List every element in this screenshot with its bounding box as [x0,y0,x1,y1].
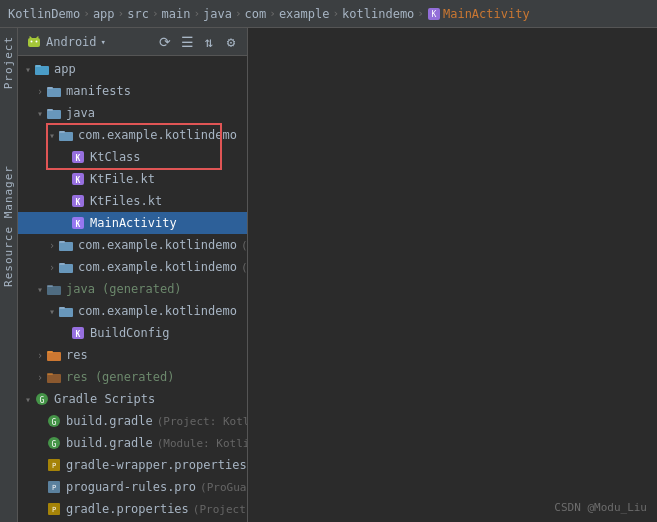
tree-item-ktclass[interactable]: K KtClass [18,146,247,168]
tree-item-buildconfig[interactable]: K BuildConfig [18,322,247,344]
breadcrumb-app[interactable]: app [93,7,115,21]
tree-label-gradle-properties-secondary: (Project Properties) [193,503,247,516]
tree-item-build-gradle-project[interactable]: G build.gradle (Project: KotlinDemo) [18,410,247,432]
folder-app-icon [34,61,50,77]
filter-icon[interactable]: ⇅ [201,34,217,50]
package-generated-icon [58,303,74,319]
tree-label-buildconfig: BuildConfig [90,326,169,340]
tree-item-package-generated[interactable]: ▾ com.example.kotlindemo [18,300,247,322]
tree-label-manifests: manifests [66,84,131,98]
breadcrumb-kotlindemo2[interactable]: kotlindemo [342,7,414,21]
tree-item-res-generated[interactable]: › res (generated) [18,366,247,388]
tree-item-ktfiles[interactable]: K KtFiles.kt [18,190,247,212]
panel-header-actions: ⟳ ☰ ⇅ ⚙ [157,34,239,50]
folder-java-generated-icon [46,281,62,297]
kotlin-ktfile-icon: K [70,171,86,187]
properties-gradle-icon: P [46,501,62,517]
breadcrumb-sep-2: › [118,7,125,20]
tree-label-res: res [66,348,88,362]
tree-item-app[interactable]: ▾ app [18,58,247,80]
expand-res-generated[interactable]: › [34,372,46,383]
svg-rect-13 [59,132,73,141]
tree-label-build-gradle-module: build.gradle [66,436,153,450]
panel-title: Android ▾ [26,34,151,50]
project-panel: Android ▾ ⟳ ☰ ⇅ ⚙ ▾ app [18,28,248,522]
tree-item-java[interactable]: ▾ java [18,102,247,124]
svg-rect-8 [35,65,41,67]
tree-label-build-gradle-project-secondary: (Project: KotlinDemo) [157,415,247,428]
resource-manager-label[interactable]: Resource Manager [0,157,17,295]
project-label[interactable]: Project [0,28,17,97]
tree-item-manifests[interactable]: › manifests [18,80,247,102]
mainactivity-icon: K [427,7,441,21]
svg-rect-11 [47,110,61,119]
project-tree[interactable]: ▾ app › manifests ▾ [18,56,247,522]
tree-item-gradle-wrapper[interactable]: P gradle-wrapper.properties (Gradle Vers… [18,454,247,476]
expand-package-main[interactable]: ▾ [46,130,58,141]
svg-text:K: K [76,198,81,207]
expand-gradle-scripts[interactable]: ▾ [22,394,34,405]
expand-package-androidtest[interactable]: › [46,240,58,251]
svg-rect-26 [59,263,65,265]
svg-rect-29 [59,308,73,317]
tree-item-mainactivity[interactable]: K MainActivity [18,212,247,234]
sync-icon[interactable]: ⟳ [157,34,173,50]
expand-java-generated[interactable]: ▾ [34,284,46,295]
breadcrumb-mainactivity[interactable]: MainActivity [443,7,530,21]
svg-rect-9 [47,88,61,97]
gradle-file-project-icon: G [46,413,62,429]
gear-icon[interactable]: ⚙ [223,34,239,50]
svg-rect-10 [47,87,53,89]
tree-label-gradle-scripts: Gradle Scripts [54,392,155,406]
breadcrumb-kotlindemo[interactable]: KotlinDemo [8,7,80,21]
content-area: CSDN @Modu_Liu [248,28,657,522]
expand-package-test[interactable]: › [46,262,58,273]
tree-label-androidtest-secondary: (androidTest) [241,239,247,252]
expand-res[interactable]: › [34,350,46,361]
expand-app[interactable]: ▾ [22,64,34,75]
breadcrumb-example[interactable]: example [279,7,330,21]
tree-label-package-main: com.example.kotlindemo [78,128,237,142]
tree-item-proguard[interactable]: P proguard-rules.pro (ProGuard Rules for… [18,476,247,498]
tree-item-gradle-properties[interactable]: P gradle.properties (Project Properties) [18,498,247,520]
svg-rect-28 [47,285,53,287]
kotlin-ktfiles-icon: K [70,193,86,209]
breadcrumb-sep-6: › [269,7,276,20]
package-test-icon [58,259,74,275]
expand-manifests[interactable]: › [34,86,46,97]
proguard-icon: P [46,479,62,495]
folder-res-icon [46,347,62,363]
svg-rect-2 [28,38,40,47]
breadcrumb-com[interactable]: com [245,7,267,21]
tree-label-gradle-properties: gradle.properties [66,502,189,516]
watermark: CSDN @Modu_Liu [554,501,647,514]
expand-package-generated[interactable]: ▾ [46,306,58,317]
tree-item-gradle-scripts[interactable]: ▾ G Gradle Scripts [18,388,247,410]
svg-rect-34 [47,351,53,353]
breadcrumb-bar: KotlinDemo › app › src › main › java › c… [0,0,657,28]
svg-text:G: G [40,396,45,405]
tree-label-res-generated: res (generated) [66,370,174,384]
breadcrumb-java[interactable]: java [203,7,232,21]
tree-item-res[interactable]: › res [18,344,247,366]
sort-icon[interactable]: ☰ [179,34,195,50]
svg-text:P: P [52,484,56,492]
svg-rect-25 [59,264,73,273]
tree-item-java-generated[interactable]: ▾ java (generated) [18,278,247,300]
breadcrumb-main[interactable]: main [162,7,191,21]
tree-item-package-main[interactable]: ▾ com.example.kotlindemo [18,124,247,146]
tree-item-ktfile[interactable]: K KtFile.kt [18,168,247,190]
breadcrumb-src[interactable]: src [127,7,149,21]
folder-res-generated-icon [46,369,62,385]
tree-item-package-test[interactable]: › com.example.kotlindemo (test) [18,256,247,278]
expand-java[interactable]: ▾ [34,108,46,119]
svg-rect-12 [47,109,53,111]
tree-item-build-gradle-module[interactable]: G build.gradle (Module: KotlinDemo.app) [18,432,247,454]
side-panel-labels: Project Resource Manager [0,28,18,522]
tree-item-package-androidtest[interactable]: › com.example.kotlindemo (androidTest) [18,234,247,256]
dropdown-arrow[interactable]: ▾ [101,37,106,47]
tree-label-package-androidtest: com.example.kotlindemo [78,238,237,252]
properties-gradle-wrapper-icon: P [46,457,62,473]
gradle-file-module-icon: G [46,435,62,451]
tree-label-build-gradle-module-secondary: (Module: KotlinDemo.app) [157,437,247,450]
